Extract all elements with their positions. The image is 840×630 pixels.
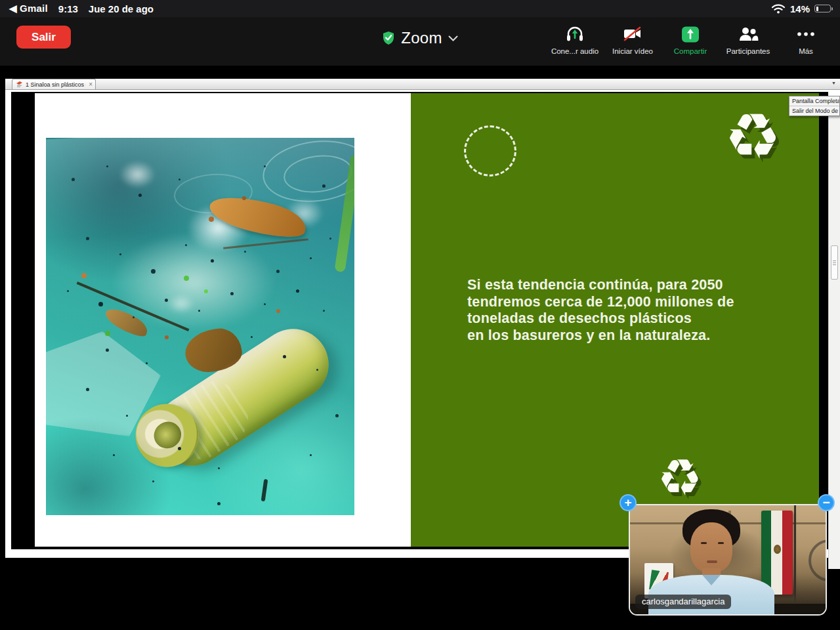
document-tab-strip: 1 Sinaloa sin plásticos (1) × ▼ — [5, 79, 840, 90]
slide-page: ♻ Si esta tendencia continúa, para 2050 … — [35, 93, 819, 547]
plastic-pollution-photo — [46, 138, 354, 515]
meeting-title: Zoom — [401, 29, 442, 47]
headphones-audio-icon — [565, 24, 585, 45]
menu-item-fullscreen[interactable]: Pantalla Completa — [789, 96, 839, 106]
document-tab-title: 1 Sinaloa sin plásticos (1) — [26, 81, 86, 88]
back-to-gmail-button[interactable]: ◀ Gmail — [9, 3, 48, 14]
participant-name-tag: carlosgandarillagarcia — [635, 595, 731, 609]
toolbar-video-label: Iniciar vídeo — [612, 47, 653, 55]
pinch-zoom-out-button[interactable]: − — [818, 494, 835, 511]
status-time: 9:13 — [58, 3, 78, 14]
meeting-toolbar: Salir Zoom — [0, 17, 840, 66]
toolbar-participants-label: Participantes — [726, 47, 770, 55]
toolbar-item-more[interactable]: Más — [777, 21, 835, 55]
toolbar-item-share[interactable]: Compartir — [662, 21, 719, 55]
zoom-app: ◀ Gmail 9:13 Jue 20 de ago 14% Salir — [0, 0, 840, 630]
toolbar-more-label: Más — [799, 47, 813, 55]
battery-percent: 14% — [790, 3, 810, 14]
share-screen-icon — [681, 24, 700, 45]
document-tab[interactable]: 1 Sinaloa sin plásticos (1) × — [12, 79, 96, 89]
status-date: Jue 20 de ago — [89, 3, 154, 14]
slide-body-text: Si esta tendencia continúa, para 2050 te… — [467, 277, 769, 344]
toolbar-share-label: Compartir — [674, 47, 707, 55]
mexican-flag — [761, 511, 793, 595]
menu-item-exit-pan-mode[interactable]: Salir del Modo de Par — [789, 106, 839, 116]
toolbar-item-participants[interactable]: Participantes — [719, 21, 777, 55]
document-viewer: ♻ Si esta tendencia continúa, para 2050 … — [5, 90, 840, 558]
viewer-canvas: ♻ Si esta tendencia continúa, para 2050 … — [11, 92, 828, 549]
tab-close-icon[interactable]: × — [89, 81, 93, 88]
toolbar-item-video[interactable]: Iniciar vídeo — [604, 21, 662, 55]
more-dots-icon — [796, 24, 816, 45]
recycle-icon: ♻ — [658, 453, 702, 503]
scrollbar-thumb[interactable] — [831, 245, 838, 280]
battery-icon — [814, 5, 831, 12]
wifi-icon — [771, 3, 786, 14]
security-shield-icon — [382, 31, 395, 45]
video-off-icon — [622, 24, 643, 45]
slide-green-panel: ♻ Si esta tendencia continúa, para 2050 … — [411, 93, 819, 547]
chevron-down-icon — [448, 35, 458, 41]
toolbar-item-audio[interactable]: Cone...r audio — [546, 21, 604, 55]
recycle-icon: ♻ — [724, 105, 781, 168]
view-mode-menu: Pantalla Completa Salir del Modo de Par — [789, 96, 840, 116]
presentation-doc-icon — [16, 81, 23, 88]
dashed-circle-decoration — [464, 125, 516, 177]
participant-video-tile[interactable]: carlosgandarillagarcia — [629, 504, 827, 616]
pinch-zoom-in-button[interactable]: + — [620, 494, 637, 511]
toolbar-audio-label: Cone...r audio — [551, 47, 598, 55]
shared-screen-window: 1 Sinaloa sin plásticos (1) × ▼ — [5, 79, 840, 558]
tab-strip-menu-arrow-icon[interactable]: ▼ — [831, 81, 836, 85]
status-bar: ◀ Gmail 9:13 Jue 20 de ago 14% — [0, 0, 840, 17]
participants-icon — [738, 24, 759, 45]
